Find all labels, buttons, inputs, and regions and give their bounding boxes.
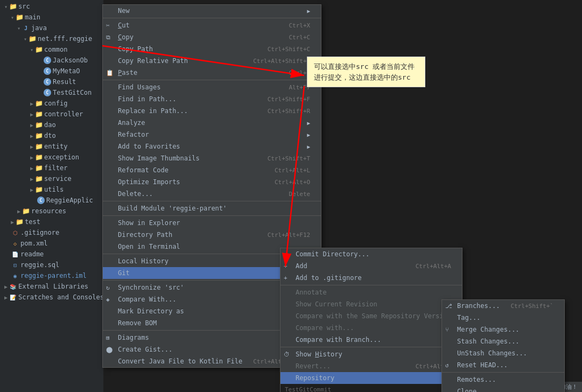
menu-label: Compare with the Same Repository Version: [296, 312, 451, 320]
callout: 可以直接选中src 或者当前文件进行提交，这边直接选中的src: [307, 57, 425, 87]
sidebar-item-main[interactable]: ▾ 📁 main: [0, 12, 103, 23]
repo-item-clone[interactable]: Clone...: [442, 386, 564, 392]
sidebar-item-utils[interactable]: ▶ 📁 utils: [0, 184, 103, 195]
sidebar-item-dao[interactable]: ▶ 📁 dao: [0, 120, 103, 130]
folder-icon: 📁: [15, 13, 24, 22]
merge-icon: ⑂: [445, 326, 449, 333]
git-item-show-history[interactable]: ⏱ Show History: [281, 348, 462, 360]
sidebar-item-readme[interactable]: 📄 readme: [0, 249, 103, 260]
menu-item-new[interactable]: New ▶: [103, 5, 321, 17]
menu-label: UnStash Changes...: [457, 349, 527, 357]
sidebar-item-scratches[interactable]: ▶ 📝 Scratches and Consoles: [0, 292, 103, 303]
class-icon: C: [43, 67, 52, 75]
sidebar-item-filter[interactable]: ▶ 📁 filter: [0, 163, 103, 173]
menu-item-paste[interactable]: 📋 Paste Ctrl+V: [103, 67, 321, 79]
menu-item-show-explorer[interactable]: Show in Explorer: [103, 217, 321, 229]
sidebar-item-src[interactable]: ▾ 📁 src: [0, 1, 103, 12]
sidebar-item-testgit[interactable]: C TestGitCon: [0, 87, 103, 98]
sidebar-item-gitignore[interactable]: ⬡ .gitignore: [0, 227, 103, 238]
menu-item-build[interactable]: Build Module 'reggie-parent': [103, 202, 321, 214]
expand-arrow: ▶: [11, 219, 14, 225]
menu-label: Commit Directory...: [296, 250, 369, 258]
menu-item-copy-relative[interactable]: Copy Relative Path Ctrl+Alt+Shift+C: [103, 55, 321, 67]
menu-item-copy-path[interactable]: Copy Path Ctrl+Shift+C: [103, 43, 321, 55]
shortcut: Ctrl+Shift+`: [500, 303, 553, 310]
menu-item-reformat[interactable]: Reformat Code Ctrl+Alt+L: [103, 164, 321, 176]
menu-item-analyze[interactable]: Analyze ▶: [103, 117, 321, 129]
menu-item-add-favorites[interactable]: Add to Favorites ▶: [103, 141, 321, 152]
java-icon: J: [22, 24, 30, 32]
menu-separator: [281, 347, 462, 347]
repo-item-remotes[interactable]: Remotes...: [442, 374, 564, 386]
sidebar-item-pom[interactable]: ◇ pom.xml: [0, 238, 103, 249]
sidebar-item-entity[interactable]: ▶ 📁 entity: [0, 141, 103, 152]
git-item-compare-branch[interactable]: Compare with Branch...: [281, 334, 462, 346]
menu-item-cut[interactable]: ✂ Cut Ctrl+X: [103, 19, 321, 31]
add-gitignore-icon: +: [284, 275, 288, 282]
sidebar-item-test[interactable]: ▶ 📁 test: [0, 216, 103, 227]
sidebar-item-result[interactable]: C Result: [0, 76, 103, 87]
menu-item-replace-path[interactable]: Replace in Path... Ctrl+Shift+R: [103, 105, 321, 117]
git-item-compare-same: Compare with the Same Repository Version: [281, 310, 462, 322]
repo-item-stash[interactable]: Stash Changes...: [442, 335, 564, 347]
menu-label: Remove BOM: [118, 319, 157, 327]
folder-icon: 📁: [22, 207, 30, 215]
class-icon: C: [43, 78, 52, 86]
sidebar-item-net[interactable]: ▾ 📁 net.fff.reggie: [0, 33, 103, 44]
repo-item-tag[interactable]: Tag...: [442, 312, 564, 324]
menu-label: Show Image Thumbnails: [118, 155, 200, 162]
sidebar-item-jackson[interactable]: C JacksonOb: [0, 55, 103, 66]
item-label: Scratches and Consoles: [18, 293, 103, 301]
menu-item-directory-path[interactable]: Directory Path Ctrl+Alt+F12: [103, 229, 321, 241]
git-item-add[interactable]: + Add Ctrl+Alt+A: [281, 260, 462, 272]
menu-item-delete[interactable]: Delete... Delete: [103, 188, 321, 200]
menu-label: Copy: [118, 33, 134, 41]
menu-label: Show History: [296, 351, 342, 358]
shortcut: Ctrl+Alt+A: [405, 263, 451, 270]
expand-arrow: ▶: [4, 295, 8, 300]
repo-item-merge[interactable]: ⑂ Merge Changes...: [442, 324, 564, 335]
expand-arrow: ▶: [30, 101, 33, 107]
menu-label: Git: [118, 269, 130, 277]
lib-icon: 📚: [9, 282, 17, 291]
menu-label: Copy Relative Path: [118, 57, 188, 65]
sidebar-item-reggie-iml[interactable]: ◉ reggie-parent.iml: [0, 270, 103, 281]
git-item-repository[interactable]: Repository ▶: [281, 372, 462, 384]
git-status-text: TestGitCommit: [285, 386, 331, 393]
sidebar-item-external-libs[interactable]: ▶ 📚 External Libraries: [0, 281, 103, 292]
menu-label: Compare With...: [118, 296, 176, 303]
expand-arrow: ▶: [30, 122, 33, 128]
menu-label: Compare with...: [296, 324, 354, 332]
sidebar-item-java[interactable]: ▾ J java: [0, 23, 103, 33]
repo-item-reset-head[interactable]: ↺ Reset HEAD...: [442, 359, 564, 371]
menu-label: Build Module 'reggie-parent': [118, 205, 227, 212]
sidebar-item-dto[interactable]: ▶ 📁 dto: [0, 130, 103, 141]
sidebar-item-reggie-sql[interactable]: ⊡ reggie.sql: [0, 260, 103, 270]
shortcut: Ctrl+Alt+O: [264, 179, 310, 186]
item-label: service: [44, 175, 72, 183]
sidebar-item-reggieapplic[interactable]: C ReggieApplic: [0, 195, 103, 206]
sidebar-item-resources[interactable]: ▶ 📁 resources: [0, 206, 103, 216]
menu-item-copy[interactable]: ⧉ Copy Ctrl+C: [103, 31, 321, 43]
sidebar-item-mymeta[interactable]: C MyMetaO: [0, 66, 103, 76]
menu-item-thumbnails[interactable]: Show Image Thumbnails Ctrl+Shift+T: [103, 152, 321, 164]
repo-item-unstash[interactable]: UnStash Changes...: [442, 347, 564, 359]
git-item-commit-dir[interactable]: Commit Directory...: [281, 248, 462, 260]
menu-item-find-usages[interactable]: Find Usages Alt+F7: [103, 81, 321, 93]
sidebar-item-service[interactable]: ▶ 📁 service: [0, 173, 103, 184]
expand-arrow: ▾: [11, 15, 14, 20]
menu-item-optimize[interactable]: Optimize Imports Ctrl+Alt+O: [103, 176, 321, 188]
menu-label: Reformat Code: [118, 166, 169, 174]
sidebar-item-controller[interactable]: ▶ 📁 controller: [0, 109, 103, 120]
menu-item-refactor[interactable]: Refactor ▶: [103, 129, 321, 141]
repo-item-branches[interactable]: ⎇ Branches... Ctrl+Shift+`: [442, 300, 564, 312]
menu-label: Remotes...: [457, 376, 496, 383]
menu-item-find-path[interactable]: Find in Path... Ctrl+Shift+F: [103, 93, 321, 105]
sidebar-item-common[interactable]: ▾ 📁 common: [0, 44, 103, 55]
scratch-icon: 📝: [9, 293, 17, 302]
git-item-add-gitignore[interactable]: + Add to .gitignore: [281, 272, 462, 284]
menu-label: Local History: [118, 257, 169, 265]
sidebar-item-exception[interactable]: ▶ 📁 exception: [0, 152, 103, 163]
folder-icon: 📁: [34, 174, 43, 183]
sidebar-item-config[interactable]: ▶ 📁 config: [0, 98, 103, 109]
